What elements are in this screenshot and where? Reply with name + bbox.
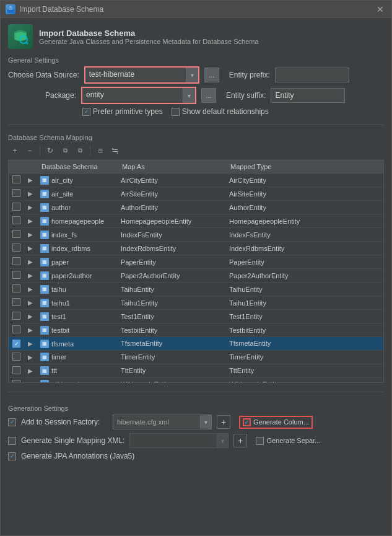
generate-separate-checkbox[interactable] [256,437,264,445]
table-row[interactable]: ▶▦ air_siteAirSiteEntityAirSiteEntity [9,187,383,201]
table-row[interactable]: ▶▦ tfsmetaTfsmetaEntityTfsmetaEntity [9,337,383,351]
session-combo-arrow[interactable]: ▾ [200,415,211,429]
row-checkbox[interactable] [12,366,20,374]
table-row[interactable]: ▶▦ tttTttEntityTttEntity [9,364,383,377]
row-expand-arrow[interactable]: ▶ [24,283,37,296]
row-schema: ▦ ttt [37,364,117,377]
row-expand-arrow[interactable]: ▶ [24,269,37,283]
row-checkbox[interactable] [12,312,20,320]
package-combo[interactable]: ▾ [81,87,196,104]
single-mapping-check-item[interactable] [8,437,16,445]
show-default-checkbox[interactable] [172,108,180,116]
row-map-as: Paper2AuthorEntity [117,269,225,283]
remove-row-button[interactable]: − [23,144,37,157]
package-dropdown-arrow[interactable]: ▾ [183,88,195,103]
row-checkbox[interactable] [12,189,20,197]
single-mapping-checkbox[interactable] [8,437,16,445]
row-checkbox[interactable] [12,257,20,265]
datasource-combo[interactable]: ▾ [84,66,199,84]
table-row[interactable]: ▶▦ taihu1Taihu1EntityTaihu1Entity [9,296,383,310]
entity-suffix-input[interactable] [271,88,345,103]
row-checkbox[interactable] [12,244,20,252]
row-checkbox[interactable] [12,380,20,384]
table-row[interactable]: ▶▦ taihuTaihuEntityTaihuEntity [9,283,383,296]
row-expand-arrow[interactable]: ▶ [24,337,37,351]
table-row[interactable]: ▶▦ testbitTestbitEntityTestbitEntity [9,323,383,337]
row-expand-arrow[interactable]: ▶ [24,323,37,337]
package-row: Package: ▾ ... Entity suffix: [8,87,384,104]
row-checkbox[interactable] [12,203,20,211]
row-expand-arrow[interactable]: ▶ [24,174,37,187]
row-expand-arrow[interactable]: ▶ [24,377,37,383]
row-checkbox[interactable] [12,230,20,238]
single-mapping-arrow[interactable]: ▾ [217,434,228,447]
datasource-dropdown-arrow[interactable]: ▾ [186,68,198,82]
row-checkbox[interactable] [12,340,20,348]
package-dots-button[interactable]: ... [201,88,216,103]
single-mapping-plus-button[interactable]: + [233,434,247,447]
row-expand-arrow[interactable]: ▶ [24,364,37,377]
row-expand-arrow[interactable]: ▶ [24,350,37,364]
table-row[interactable]: ▶▦ paperPaperEntityPaperEntity [9,255,383,269]
row-mapped-type: TaihuEntity [225,283,383,296]
close-button[interactable]: ✕ [374,3,386,15]
row-checkbox[interactable] [12,284,20,292]
row-checkbox[interactable] [12,325,20,333]
row-checkbox[interactable] [12,298,20,306]
table-row[interactable]: ▶▦ test1Test1EntityTest1Entity [9,310,383,323]
table-row[interactable]: ▶▦ homepagepeopleHomepagepeopleEntityHom… [9,214,383,228]
datasource-dots-button[interactable]: ... [204,68,219,82]
row-schema: ▦ tfsmeta [37,337,117,351]
table-row[interactable]: ▶▦ authorAuthorEntityAuthorEntity [9,201,383,214]
copy-button-1[interactable]: ⧉ [58,144,72,157]
add-row-button[interactable]: + [8,144,22,157]
row-mapped-type: PaperEntity [225,255,383,269]
sort-button-2[interactable]: ≒ [108,144,122,157]
table-row[interactable]: ▶▦ paper2authorPaper2AuthorEntityPaper2A… [9,269,383,283]
jpa-check-item[interactable] [8,452,16,460]
refresh-button[interactable]: ↻ [43,144,57,157]
schema-table-container[interactable]: Database Schema Map As Mapped Type ▶▦ ai… [8,160,384,383]
row-expand-arrow[interactable]: ▶ [24,242,37,255]
row-schema: ▦ author [37,201,117,214]
session-combo-input[interactable] [113,415,200,429]
table-row[interactable]: ▶▦ index_fsIndexFsEntityIndexFsEntity [9,228,383,242]
sort-button-1[interactable]: ≡ [94,144,107,157]
session-combo[interactable]: ▾ [113,415,212,429]
table-row[interactable]: ▶▦ wikipeopleWikipeopleEntityWikipeopleE… [9,377,383,383]
prefer-primitive-item[interactable]: Prefer primitive types [82,107,163,116]
generate-column-checkbox[interactable] [243,418,251,426]
row-expand-arrow[interactable]: ▶ [24,228,37,242]
row-checkbox[interactable] [12,175,20,183]
entity-prefix-input[interactable] [275,68,349,82]
datasource-input[interactable] [85,68,186,81]
main-window: Import Database Schema ✕ [0,0,392,536]
single-mapping-input[interactable] [130,434,217,447]
prefer-primitive-checkbox[interactable] [82,108,90,116]
col-header-check [9,160,24,174]
row-expand-arrow[interactable]: ▶ [24,296,37,310]
row-expand-arrow[interactable]: ▶ [24,187,37,201]
row-checkbox[interactable] [12,353,20,361]
table-row[interactable]: ▶▦ air_cityAirCityEntityAirCityEntity [9,174,383,187]
package-label: Package: [8,91,76,100]
row-expand-arrow[interactable]: ▶ [24,214,37,228]
svg-line-11 [26,42,28,44]
row-expand-arrow[interactable]: ▶ [24,201,37,214]
table-row[interactable]: ▶▦ index_rdbmsIndexRdbmsEntityIndexRdbms… [9,242,383,255]
table-row[interactable]: ▶▦ timerTimerEntityTimerEntity [9,350,383,364]
row-schema: ▦ testbit [37,323,117,337]
row-checkbox[interactable] [12,216,20,224]
row-expand-arrow[interactable]: ▶ [24,310,37,323]
add-session-checkbox[interactable] [8,418,16,426]
jpa-checkbox[interactable] [8,452,16,460]
row-checkbox[interactable] [12,271,20,279]
package-input[interactable] [82,88,183,102]
add-session-check-item[interactable] [8,418,16,426]
session-plus-button[interactable]: + [217,415,230,429]
col-header-schema: Database Schema [37,160,117,174]
copy-button-2[interactable]: ⧉ [73,144,87,157]
single-mapping-combo[interactable]: ▾ [129,433,229,448]
show-default-item[interactable]: Show default relationships [172,107,269,116]
row-expand-arrow[interactable]: ▶ [24,255,37,269]
